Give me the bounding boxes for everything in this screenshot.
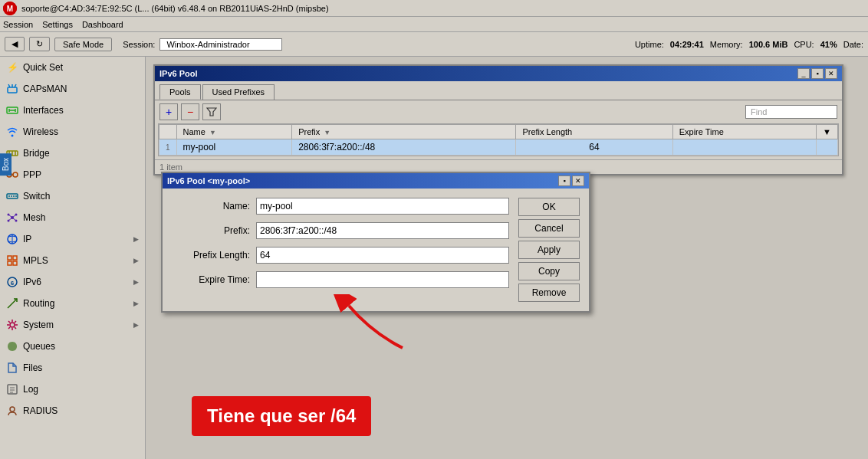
system-arrow: ▶ [133,321,139,329]
svg-text:M: M [7,5,13,13]
table-toolbar: + − Find [155,100,842,123]
session-value: Winbox-Administrador [159,38,282,51]
sidebar-label-system: System [23,320,54,330]
sidebar-item-bridge[interactable]: Bridge [0,143,145,164]
sidebar-label-ipv6: IPv6 [23,277,41,287]
filter-button[interactable] [202,103,221,120]
back-button[interactable]: ◀ [5,37,25,51]
sidebar-label-wireless: Wireless [23,126,58,137]
field-row-prefix-length: Prefix Length: [172,247,509,264]
dialog-restore-button[interactable]: ▪ [558,175,570,186]
tab-used-prefixes[interactable]: Used Prefixes [202,84,275,100]
name-label: Name: [172,201,256,211]
log-icon [6,383,18,395]
find-input[interactable]: Find [745,105,837,119]
sidebar-item-system[interactable]: System ▶ [0,314,145,336]
uptime-label: Uptime: [635,40,664,49]
col-expire-time[interactable]: Expire Time [672,125,816,139]
dialog-close-button[interactable]: ✕ [572,175,584,186]
cancel-button[interactable]: Cancel [518,219,580,238]
sidebar-item-switch[interactable]: Switch [0,185,145,207]
cpu-value: 41% [820,40,837,49]
sidebar-label-ppp: PPP [23,169,41,180]
copy-button[interactable]: Copy [518,262,580,280]
sidebar-label-bridge: Bridge [23,148,50,159]
mesh-icon [6,211,18,224]
sidebar-label-capsman: CAPsMAN [23,84,67,94]
menu-session[interactable]: Session [3,20,33,29]
menu-dashboard[interactable]: Dashboard [82,20,123,29]
dropdown-icon[interactable]: ▼ [823,127,831,136]
top-bar: M soporte@C4:AD:34:7E:92:5C (L... (64bit… [0,0,868,17]
back-icon: ◀ [12,39,18,49]
dialog-titlebar: IPv6 Pool <my-pool> ▪ ✕ [163,173,589,189]
sidebar-item-interfaces[interactable]: Interfaces [0,100,145,121]
col-name[interactable]: Name ▼ [176,125,292,139]
menu-settings[interactable]: Settings [42,20,73,29]
table-row[interactable]: 1 my-pool 2806:3f7:a200::/48 64 [159,139,838,156]
sidebar-item-queues[interactable]: Queues [0,336,145,357]
cpu-label: CPU: [794,40,814,49]
routing-arrow: ▶ [133,300,139,307]
name-input[interactable] [256,198,509,215]
sidebar-item-quick-set[interactable]: ⚡ Quick Set [0,57,145,78]
memory-value: 100.6 MiB [749,40,788,49]
safe-mode-button[interactable]: Safe Mode [54,38,112,51]
apply-button[interactable]: Apply [518,241,580,259]
forward-button[interactable]: ↻ [29,37,50,51]
sidebar-item-ipv6[interactable]: 6 IPv6 ▶ [0,271,145,293]
prefix-label: Prefix: [172,225,256,236]
dialog-fields: Name: Prefix: Prefix Length: Expire Time… [172,198,509,302]
restore-button[interactable]: ▪ [811,68,824,79]
sidebar-label-interfaces: Interfaces [23,105,64,116]
ipv6-pool-window: IPv6 Pool _ ▪ ✕ Pools Used Prefixes + − [153,64,843,175]
col-prefix[interactable]: Prefix ▼ [292,125,516,139]
status-bar: Uptime: 04:29:41 Memory: 100.6 MiB CPU: … [635,40,863,49]
tab-pools[interactable]: Pools [159,84,201,100]
ipv6-arrow: ▶ [133,278,139,286]
main-layout: ⚡ Quick Set CAPsMAN Interfaces Wireless [0,57,868,459]
sidebar-item-mesh[interactable]: Mesh [0,207,145,228]
ip-icon [6,233,18,245]
sidebar-item-wireless[interactable]: Wireless [0,121,145,143]
expire-time-label: Expire Time: [172,274,256,285]
ipv6-pool-titlebar: IPv6 Pool _ ▪ ✕ [155,66,842,81]
prefix-length-input[interactable] [256,247,509,264]
add-button[interactable]: + [159,103,178,120]
sidebar-label-mesh: Mesh [23,212,45,223]
sidebar: ⚡ Quick Set CAPsMAN Interfaces Wireless [0,57,146,459]
sidebar-item-routing[interactable]: Routing ▶ [0,293,145,314]
svg-point-20 [11,195,12,197]
col-rownum [159,125,177,139]
expire-time-input[interactable] [256,271,509,288]
mpls-icon [6,254,18,267]
svg-line-31 [12,218,16,221]
sidebar-item-ip[interactable]: IP ▶ [0,228,145,250]
files-icon [6,362,18,374]
svg-rect-35 [13,256,17,260]
dialog-title: IPv6 Pool <my-pool> [167,176,250,185]
menu-bar: Session Settings Dashboard [0,17,868,32]
sidebar-label-log: Log [23,384,38,395]
session-label: Session: [123,40,155,49]
ip-arrow: ▶ [133,235,139,243]
ok-button[interactable]: OK [518,198,580,216]
sidebar-label-files: Files [23,362,42,373]
minimize-button[interactable]: _ [797,68,810,79]
prefix-input[interactable] [256,222,509,239]
sidebar-item-ppp[interactable]: PPP [0,164,145,185]
sidebar-item-radius[interactable]: RADIUS [0,400,145,421]
close-button[interactable]: ✕ [825,68,837,79]
col-extra: ▼ [817,125,838,139]
remove-button[interactable]: Remove [518,284,580,302]
sidebar-item-capsman[interactable]: CAPsMAN [0,78,145,100]
col-prefix-length[interactable]: Prefix Length [516,125,672,139]
sidebar-label-routing: Routing [23,298,54,309]
sidebar-label-ip: IP [23,234,31,244]
remove-button[interactable]: − [181,103,199,120]
sidebar-item-mpls[interactable]: MPLS ▶ [0,250,145,271]
sidebar-item-log[interactable]: Log [0,379,145,400]
dialog-window: IPv6 Pool <my-pool> ▪ ✕ Name: Prefix: [161,172,590,313]
sidebar-item-files[interactable]: Files [0,357,145,379]
prefix-sort-icon: ▼ [324,129,330,136]
